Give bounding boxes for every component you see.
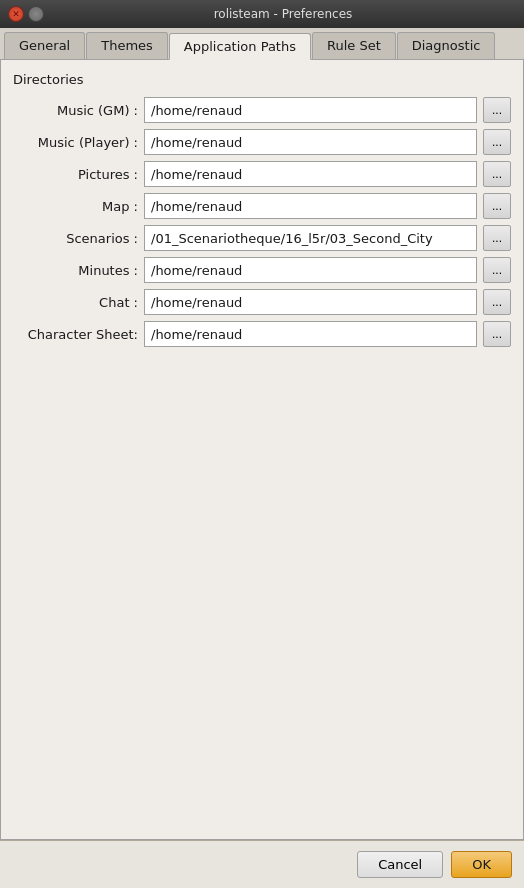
section-label: Directories <box>13 72 511 87</box>
tab-themes[interactable]: Themes <box>86 32 168 59</box>
browse-music-gm-button[interactable]: ... <box>483 97 511 123</box>
input-map[interactable] <box>144 193 477 219</box>
main-content: Directories Music (GM) : ... Music (Play… <box>0 60 524 840</box>
tab-diagnostic[interactable]: Diagnostic <box>397 32 496 59</box>
label-music-player: Music (Player) : <box>23 135 138 150</box>
field-row-music-player: Music (Player) : ... <box>23 129 511 155</box>
field-row-scenarios: Scenarios : ... <box>23 225 511 251</box>
input-minutes[interactable] <box>144 257 477 283</box>
label-chat: Chat : <box>23 295 138 310</box>
tab-rule-set[interactable]: Rule Set <box>312 32 396 59</box>
label-scenarios: Scenarios : <box>23 231 138 246</box>
ok-button[interactable]: OK <box>451 851 512 878</box>
input-music-gm[interactable] <box>144 97 477 123</box>
cancel-button[interactable]: Cancel <box>357 851 443 878</box>
field-row-minutes: Minutes : ... <box>23 257 511 283</box>
input-character-sheet[interactable] <box>144 321 477 347</box>
field-row-pictures: Pictures : ... <box>23 161 511 187</box>
label-music-gm: Music (GM) : <box>23 103 138 118</box>
label-minutes: Minutes : <box>23 263 138 278</box>
field-row-music-gm: Music (GM) : ... <box>23 97 511 123</box>
tab-general[interactable]: General <box>4 32 85 59</box>
label-character-sheet: Character Sheet: <box>23 327 138 342</box>
browse-pictures-button[interactable]: ... <box>483 161 511 187</box>
window-title: rolisteam - Preferences <box>50 7 516 21</box>
browse-minutes-button[interactable]: ... <box>483 257 511 283</box>
input-music-player[interactable] <box>144 129 477 155</box>
close-button[interactable]: ✕ <box>8 6 24 22</box>
field-row-map: Map : ... <box>23 193 511 219</box>
form-grid: Music (GM) : ... Music (Player) : ... Pi… <box>13 97 511 347</box>
browse-character-sheet-button[interactable]: ... <box>483 321 511 347</box>
input-pictures[interactable] <box>144 161 477 187</box>
browse-scenarios-button[interactable]: ... <box>483 225 511 251</box>
input-scenarios[interactable] <box>144 225 477 251</box>
input-chat[interactable] <box>144 289 477 315</box>
browse-chat-button[interactable]: ... <box>483 289 511 315</box>
tab-application-paths[interactable]: Application Paths <box>169 33 311 60</box>
browse-music-player-button[interactable]: ... <box>483 129 511 155</box>
window-controls: ✕ <box>8 6 44 22</box>
browse-map-button[interactable]: ... <box>483 193 511 219</box>
label-map: Map : <box>23 199 138 214</box>
minimize-button[interactable] <box>28 6 44 22</box>
title-bar: ✕ rolisteam - Preferences <box>0 0 524 28</box>
bottom-bar: Cancel OK <box>0 840 524 888</box>
label-pictures: Pictures : <box>23 167 138 182</box>
tab-bar: General Themes Application Paths Rule Se… <box>0 28 524 60</box>
field-row-character-sheet: Character Sheet: ... <box>23 321 511 347</box>
field-row-chat: Chat : ... <box>23 289 511 315</box>
